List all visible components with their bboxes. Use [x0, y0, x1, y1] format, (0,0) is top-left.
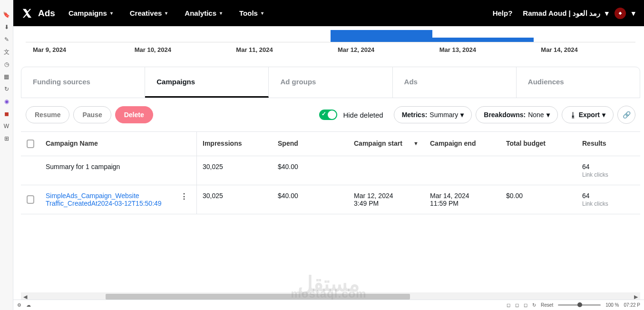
row-more-icon[interactable]: ⋮	[177, 192, 191, 201]
status-icon[interactable]: ◻	[515, 302, 519, 308]
shapes-icon[interactable]: ▦	[3, 73, 10, 80]
timeline-chart: Mar 9, 2024Mar 10, 2024Mar 11, 2024Mar 1…	[21, 26, 640, 53]
export-button[interactable]: ⭳ Export ▾	[562, 106, 614, 123]
edit-icon[interactable]: ✎	[3, 36, 10, 43]
select-all-checkbox[interactable]	[27, 140, 34, 148]
status-bar: ⚙ ☁ ◻ ◻ ◻ ↻ Reset 100 % 07:22 P	[13, 300, 644, 310]
row-results-sub: Link clicks	[582, 200, 634, 207]
table-row: SimpleAds_Campaign_Website Traffic_Creat…	[21, 185, 640, 214]
brand[interactable]: Ads	[38, 8, 55, 19]
row-impressions: 30,025	[197, 185, 272, 214]
breakdowns-dropdown[interactable]: Breakdowns: None ▾	[476, 106, 557, 123]
chart-date-label: Mar 13, 2024	[432, 46, 534, 53]
browser-sidebar: 🔖 ⬇ ✎ 文 ◷ ▦ ↻ ◉ ◼ W ⊞	[0, 0, 13, 310]
link-icon: 🔗	[623, 111, 631, 119]
tab-campaigns[interactable]: Campaigns	[145, 67, 269, 98]
col-spend[interactable]: Spend	[272, 132, 348, 156]
nav-analytics[interactable]: Analytics▾	[185, 9, 222, 17]
zoom-slider[interactable]	[558, 304, 601, 306]
horizontal-scrollbar[interactable]: ◀ ▶	[21, 292, 640, 300]
row-budget: $0.00	[500, 185, 576, 214]
nav-creatives[interactable]: Creatives▾	[130, 9, 168, 17]
col-name[interactable]: Campaign Name	[40, 132, 197, 156]
translate-icon[interactable]: 文	[3, 49, 10, 55]
resume-button[interactable]: Resume	[26, 106, 69, 123]
share-link-button[interactable]: 🔗	[617, 106, 635, 124]
chevron-down-icon: ▾	[605, 9, 609, 18]
col-end[interactable]: Campaign end	[424, 132, 500, 156]
add-icon[interactable]: ⊞	[3, 135, 10, 142]
row-results: 64	[582, 192, 634, 200]
tab-ads[interactable]: Ads	[393, 67, 517, 98]
settings-icon[interactable]: ⚙	[17, 302, 21, 308]
summary-results: 64	[582, 163, 634, 170]
row-end-date: Mar 14, 2024	[430, 192, 495, 200]
pause-button[interactable]: Pause	[73, 106, 111, 123]
tab-ad-groups[interactable]: Ad groups	[269, 67, 392, 98]
scroll-left-icon[interactable]: ◀	[21, 294, 29, 300]
avatar[interactable]: ◆	[614, 7, 627, 20]
sort-desc-icon: ▼	[413, 140, 419, 146]
status-icon[interactable]: ◻	[524, 302, 527, 308]
summary-spend: $40.00	[272, 156, 348, 185]
refresh-icon[interactable]: ↻	[3, 86, 10, 92]
x-logo-icon[interactable]	[22, 8, 32, 19]
nav-tools[interactable]: Tools▾	[239, 9, 263, 17]
nav-campaigns[interactable]: Campaigns▾	[68, 9, 113, 17]
wiki-icon[interactable]: W	[3, 123, 10, 130]
chart-date-label: Mar 11, 2024	[229, 46, 331, 53]
download-icon: ⭳	[570, 111, 576, 119]
row-spend: $40.00	[272, 185, 348, 214]
hide-deleted-label: Hide deleted	[343, 111, 383, 119]
col-budget[interactable]: Total budget	[500, 132, 576, 156]
delete-button[interactable]: Delete	[115, 106, 153, 123]
zoom-value: 100 %	[605, 302, 619, 308]
top-nav: Ads Campaigns▾ Creatives▾ Analytics▾ Too…	[13, 0, 644, 26]
status-icon[interactable]: ◻	[507, 302, 510, 308]
clock-value: 07:22 P	[624, 302, 640, 308]
clock-icon[interactable]: ◷	[3, 61, 10, 68]
chevron-down-icon: ▾	[165, 10, 167, 16]
table-header: Campaign Name Impressions Spend Campaign…	[21, 132, 640, 156]
summary-results-sub: Link clicks	[582, 171, 634, 178]
campaign-link[interactable]: SimpleAds_Campaign_Website Traffic_Creat…	[46, 192, 174, 207]
summary-row: Summary for 1 campaign 30,025 $40.00 64 …	[21, 156, 640, 185]
cloud-icon[interactable]: ☁	[26, 302, 31, 308]
row-end-time: 11:59 PM	[430, 200, 495, 207]
scroll-thumb[interactable]	[106, 294, 410, 300]
chart-date-label: Mar 12, 2024	[331, 46, 432, 53]
help-link[interactable]: Help?	[493, 9, 513, 17]
summary-label: Summary for 1 campaign	[40, 156, 197, 185]
chevron-down-icon: ▾	[220, 10, 222, 16]
summary-impressions: 30,025	[197, 156, 272, 185]
hide-deleted-toggle[interactable]	[319, 110, 337, 120]
chart-date-label: Mar 14, 2024	[534, 46, 635, 53]
chevron-down-icon: ▾	[110, 10, 113, 16]
chevron-down-icon: ▾	[632, 9, 635, 18]
section-tabs: Funding sourcesCampaignsAd groupsAdsAudi…	[21, 67, 640, 98]
chevron-down-icon: ▾	[261, 10, 263, 16]
download-icon[interactable]: ⬇	[3, 24, 10, 30]
row-start-time: 3:49 PM	[354, 200, 419, 207]
col-impressions[interactable]: Impressions	[197, 132, 272, 156]
scroll-right-icon[interactable]: ▶	[632, 294, 640, 300]
bookmark-icon[interactable]: 🔖	[3, 11, 10, 18]
row-start-date: Mar 12, 2024	[354, 192, 419, 200]
purple-icon[interactable]: ◉	[3, 98, 10, 105]
metrics-dropdown[interactable]: Metrics: Summary ▾	[394, 106, 472, 123]
col-results[interactable]: Results	[576, 132, 640, 156]
red-icon[interactable]: ◼	[3, 110, 10, 117]
account-menu[interactable]: Ramad Aoud | رمد العود ▾ ◆ ▾	[523, 7, 635, 20]
row-checkbox[interactable]	[27, 195, 34, 204]
chevron-down-icon: ▾	[546, 111, 550, 119]
reset-label[interactable]: Reset	[541, 302, 553, 308]
chart-date-label: Mar 9, 2024	[26, 46, 127, 53]
chevron-down-icon: ▾	[602, 111, 605, 119]
tab-funding-sources[interactable]: Funding sources	[21, 67, 145, 98]
table-toolbar: Resume Pause Delete Hide deleted Metrics…	[21, 98, 640, 131]
campaigns-table: Campaign Name Impressions Spend Campaign…	[21, 131, 640, 214]
tab-audiences[interactable]: Audiences	[517, 67, 640, 98]
refresh-icon[interactable]: ↻	[532, 302, 536, 308]
chevron-down-icon: ▾	[460, 111, 464, 119]
col-start[interactable]: Campaign start▼	[348, 132, 424, 156]
